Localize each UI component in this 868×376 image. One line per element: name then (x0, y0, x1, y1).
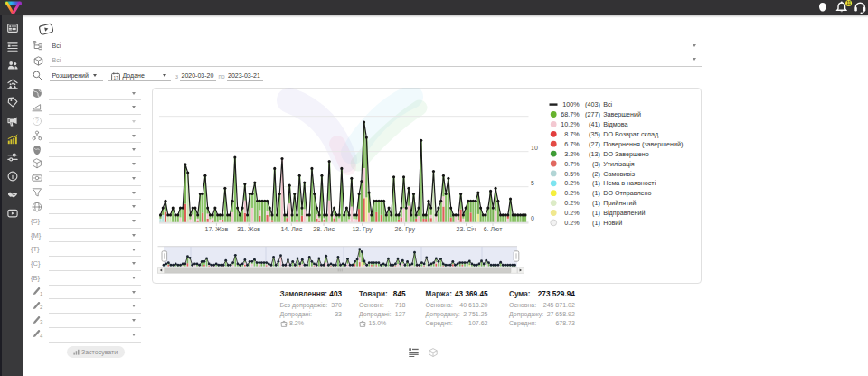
svg-text:0: 0 (531, 215, 534, 221)
svg-text:Самовивіз: Самовивіз (603, 170, 635, 178)
svg-text:Відмова: Відмова (603, 120, 627, 128)
svg-text:Нема в наявності: Нема в наявності (603, 179, 656, 187)
svg-text:Відправлений: Відправлений (603, 209, 645, 217)
svg-text:0.2%: 0.2% (564, 209, 580, 217)
svg-text:(1): (1) (592, 189, 600, 197)
svg-text:23. Січ: 23. Січ (457, 226, 476, 232)
svg-text:(35): (35) (589, 130, 600, 138)
svg-text:11: 11 (846, 1, 851, 5)
svg-text:12. Гру: 12. Гру (352, 226, 373, 233)
svg-text:0.5%: 0.5% (564, 170, 580, 178)
svg-text:(1): (1) (592, 199, 600, 207)
svg-text:(27): (27) (589, 140, 600, 148)
svg-text:26. Гру: 26. Гру (395, 226, 416, 233)
svg-text:(1): (1) (592, 179, 600, 187)
svg-text:0.7%: 0.7% (564, 160, 580, 168)
svg-text:0.2%: 0.2% (564, 199, 580, 207)
svg-text:Прийнятий: Прийнятий (603, 199, 636, 207)
svg-text:Завершений: Завершений (603, 110, 641, 118)
svg-text:100%: 100% (562, 100, 580, 108)
svg-text:3.2%: 3.2% (564, 150, 580, 158)
svg-text:0.2%: 0.2% (564, 179, 580, 187)
svg-text:(2): (2) (592, 170, 600, 178)
svg-text:DO Завершено: DO Завершено (603, 150, 649, 158)
svg-text:Всі: Всі (603, 100, 612, 108)
svg-text:68.7%: 68.7% (561, 110, 580, 118)
svg-text:0.2%: 0.2% (564, 189, 580, 197)
svg-text:31. Жов: 31. Жов (237, 226, 260, 232)
svg-text:17. Жов: 17. Жов (205, 226, 229, 232)
svg-text:Новий: Новий (603, 219, 622, 227)
svg-text:10.2%: 10.2% (561, 120, 580, 128)
svg-text:DO Возврат склад: DO Возврат склад (603, 130, 659, 138)
svg-text:6.7%: 6.7% (564, 140, 580, 148)
svg-text:Повернення (завершений): Повернення (завершений) (603, 140, 683, 148)
svg-text:(13): (13) (589, 150, 600, 158)
svg-text:10: 10 (531, 145, 538, 151)
svg-text:?: ? (35, 118, 39, 124)
svg-text:0.2%: 0.2% (564, 219, 580, 227)
svg-text:(1): (1) (592, 219, 600, 227)
svg-text:DO Отправлено: DO Отправлено (603, 189, 651, 197)
svg-text:(1): (1) (592, 209, 600, 217)
svg-text:8.7%: 8.7% (564, 130, 580, 138)
svg-text:(41): (41) (589, 120, 600, 128)
svg-text:Утилізація: Утилізація (603, 160, 635, 168)
svg-text:6. Лют: 6. Лют (484, 226, 503, 232)
svg-text:5: 5 (531, 180, 534, 186)
svg-text:(277): (277) (585, 110, 600, 118)
svg-text:28. Лис: 28. Лис (313, 226, 335, 232)
svg-text:(403): (403) (585, 100, 600, 108)
svg-text:(3): (3) (592, 160, 600, 168)
svg-text:14. Лис: 14. Лис (280, 226, 302, 232)
